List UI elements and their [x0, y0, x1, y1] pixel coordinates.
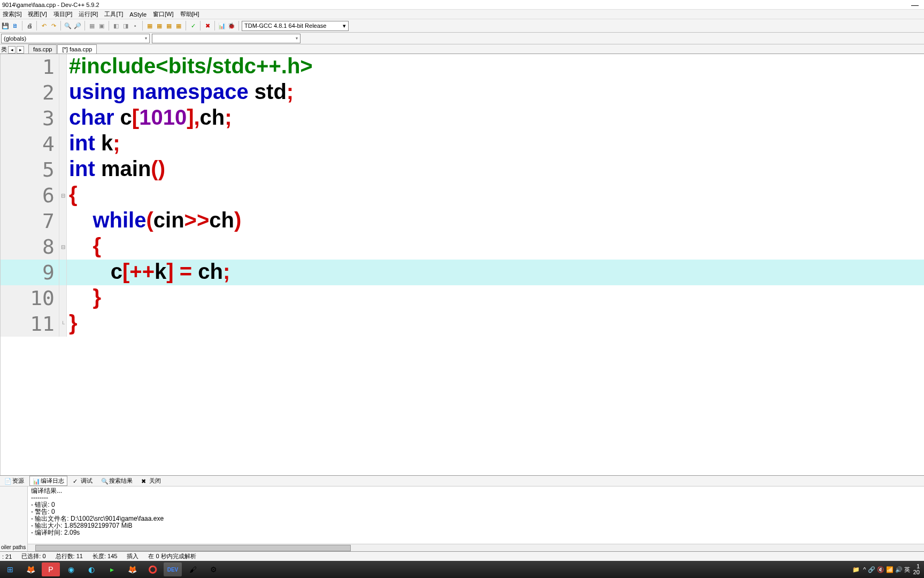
stop-icon[interactable]: ▪ [131, 21, 140, 30]
code-line[interactable]: 5int main() [1, 157, 924, 182]
tab-label: 调试 [81, 477, 93, 485]
code-line[interactable]: 6⊟{ [1, 182, 924, 208]
redo-icon[interactable]: ↷ [49, 21, 58, 30]
grid1-icon[interactable]: ▦ [145, 21, 154, 30]
code-text: int main() [67, 156, 165, 184]
grid2-icon[interactable]: ▦ [155, 21, 164, 30]
file-tab-strip: 类 ◂ ▸ fas.cpp[*] faaa.cpp [0, 44, 924, 54]
menu-search[interactable]: 搜索[S] [1, 10, 23, 18]
separator-icon [84, 21, 85, 31]
start-button[interactable]: ⊞ [1, 562, 19, 576]
fold-marker [59, 157, 67, 182]
tray-icons[interactable]: ^ 🔗 🔇 📶 🔊 英 [863, 566, 910, 574]
fold-marker[interactable]: ⊟ [59, 182, 67, 208]
fold-marker[interactable]: └ [59, 311, 67, 337]
line-number: 9 [1, 260, 59, 285]
taskbar-app-devcpp[interactable]: DEV [164, 562, 182, 576]
nav-fwd-button[interactable]: ▸ [17, 46, 24, 54]
class-tab-label[interactable]: 类 [1, 45, 7, 54]
code-line[interactable]: 11└} [1, 311, 924, 337]
undo-icon[interactable]: ↶ [40, 21, 48, 30]
profile-icon[interactable]: 📊 [218, 21, 226, 30]
bottom-tab[interactable]: 🔍搜索结果 [98, 476, 136, 486]
fold-marker [59, 80, 67, 105]
side-tabs: 类 ◂ ▸ [0, 45, 28, 54]
compile-log-text[interactable]: 编译结果... -------- - 错误: 0 - 警告: 0 - 输出文件名… [28, 486, 924, 544]
save-all-icon[interactable]: 🗎 [11, 21, 19, 30]
fold-marker[interactable]: ⊟ [59, 234, 67, 260]
menu-run[interactable]: 运行[R] [77, 10, 99, 18]
run-icon[interactable]: ▣ [97, 21, 106, 30]
taskbar-app-5[interactable]: ▸ [103, 562, 121, 576]
minimize-icon[interactable]: — [911, 1, 922, 9]
check-icon[interactable]: ✓ [189, 21, 197, 30]
menu-view[interactable]: 视图[V] [26, 10, 48, 18]
taskbar-app-3[interactable]: ◉ [62, 562, 80, 576]
separator-icon [109, 21, 109, 31]
tab-icon: 📊 [33, 478, 39, 484]
status-length: 长度: 145 [93, 552, 117, 560]
menu-bar: 搜索[S] 视图[V] 项目[P] 运行[R] 工具[T] AStyle 窗口[… [0, 10, 924, 19]
tray-folder-icon[interactable]: 📁 [852, 566, 860, 573]
taskbar-app-1[interactable]: 🦊 [21, 562, 40, 576]
cancel-icon[interactable]: ✖ [203, 21, 212, 30]
bottom-tab[interactable]: 📄资源 [1, 476, 27, 486]
status-col: : 21 [2, 553, 12, 560]
step-icon[interactable]: ◨ [121, 21, 130, 30]
menu-help[interactable]: 帮助[H] [179, 10, 201, 18]
menu-astyle[interactable]: AStyle [128, 11, 148, 18]
horizontal-scrollbar[interactable] [28, 544, 924, 551]
taskbar-app-9[interactable]: ⚙ [204, 562, 222, 576]
scrollbar-thumb[interactable] [35, 545, 351, 551]
menu-window[interactable]: 窗口[W] [151, 10, 175, 18]
code-line[interactable]: 9 c[++k] = ch; [1, 260, 924, 285]
file-tab[interactable]: [*] faaa.cpp [57, 44, 97, 54]
code-line[interactable]: 10 } [1, 285, 924, 311]
code-line[interactable]: 1#include<bits/stdc++.h> [1, 54, 924, 80]
taskbar-app-8[interactable]: 🖌 [184, 562, 202, 576]
taskbar-app-chrome[interactable]: ⭕ [143, 562, 161, 576]
tab-icon: 📄 [4, 478, 11, 484]
bottom-tab[interactable]: ✓调试 [70, 476, 96, 486]
nav-back-button[interactable]: ◂ [8, 46, 16, 54]
output-side-panel[interactable]: oiler paths [0, 486, 28, 551]
status-selection: 已选择: 0 [21, 552, 45, 560]
compile-icon[interactable]: ▦ [88, 21, 96, 30]
main-toolbar: 💾 🗎 🖨 ↶ ↷ 🔍 🔎 ▦ ▣ ◧ ◨ ▪ ▦ ▦ ▦ ▦ ✓ ✖ 📊 🐞 … [0, 19, 924, 33]
taskbar-app-4[interactable]: ◐ [82, 562, 101, 576]
taskbar-app-6[interactable]: 🦊 [123, 562, 141, 576]
compiler-select[interactable]: TDM-GCC 4.8.1 64-bit Release ▾ [242, 21, 349, 31]
menu-tools[interactable]: 工具[T] [103, 10, 125, 18]
compiler-select-value: TDM-GCC 4.8.1 64-bit Release [244, 22, 326, 29]
code-editor[interactable]: 1#include<bits/stdc++.h>2using namespace… [1, 54, 924, 475]
code-text: c[++k] = ch; [67, 258, 230, 286]
grid4-icon[interactable]: ▦ [174, 21, 183, 30]
separator-icon [36, 21, 37, 31]
grid3-icon[interactable]: ▦ [165, 21, 173, 30]
bottom-tab[interactable]: 📊编译日志 [29, 476, 67, 486]
line-number: 6 [1, 182, 59, 208]
system-tray[interactable]: 📁 ^ 🔗 🔇 📶 🔊 英 1 20 [852, 564, 923, 575]
debug-icon[interactable]: ◧ [112, 21, 120, 30]
chevron-down-icon: ▾ [343, 22, 346, 29]
replace-icon[interactable]: 🔎 [73, 21, 82, 30]
code-line[interactable]: 7 while(cin>>ch) [1, 208, 924, 234]
save-icon[interactable]: 💾 [1, 21, 10, 30]
status-bar: : 21 已选择: 0 总行数: 11 长度: 145 插入 在 0 秒内完成解… [0, 551, 924, 561]
code-line[interactable]: 4int k; [1, 131, 924, 157]
code-line[interactable]: 3char c[1010],ch; [1, 105, 924, 131]
code-line[interactable]: 8⊟ { [1, 234, 924, 260]
globals-select-value: (globals) [4, 35, 26, 42]
globals-select[interactable]: (globals) ▾ [1, 34, 150, 43]
taskbar-app-2[interactable]: P [42, 562, 60, 576]
bottom-tab[interactable]: ✖关闭 [138, 476, 164, 486]
code-text: { [67, 233, 101, 261]
print-icon[interactable]: 🖨 [25, 21, 34, 30]
find-icon[interactable]: 🔍 [64, 21, 72, 30]
file-tab[interactable]: fas.cpp [28, 44, 57, 54]
output-side-label: oiler paths [1, 544, 26, 550]
members-select[interactable]: ▾ [152, 34, 301, 43]
debug2-icon[interactable]: 🐞 [227, 21, 236, 30]
code-line[interactable]: 2using namespace std; [1, 80, 924, 105]
menu-project[interactable]: 项目[P] [52, 10, 74, 18]
